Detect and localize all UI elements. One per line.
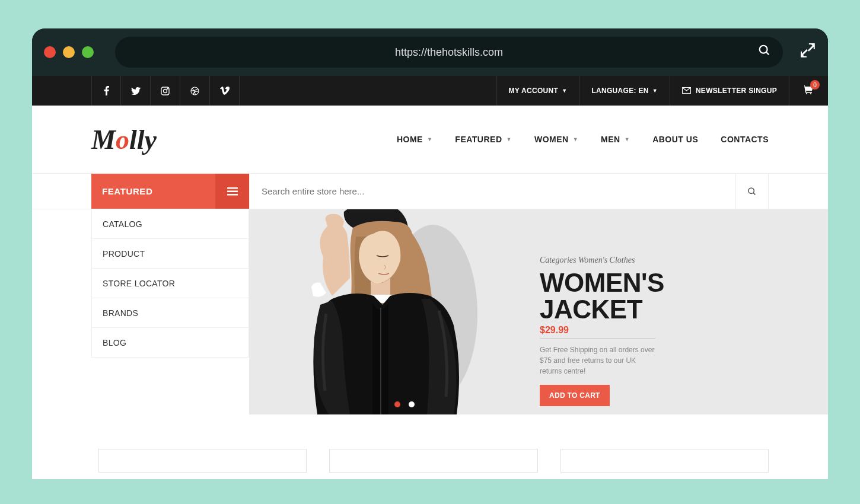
featured-tab[interactable]: FEATURED bbox=[91, 174, 249, 209]
browser-chrome: https://thehotskills.com bbox=[32, 28, 828, 76]
hero-text: Categories Women's Clothes WOMEN'S JACKE… bbox=[516, 209, 828, 414]
chevron-down-icon: ▼ bbox=[625, 136, 630, 142]
chevron-down-icon: ▼ bbox=[562, 88, 567, 94]
maximize-window-button[interactable] bbox=[82, 46, 94, 58]
sidebar-item-brands[interactable]: BRANDS bbox=[91, 298, 249, 328]
svg-point-0 bbox=[760, 46, 767, 53]
add-to-cart-button[interactable]: ADD TO CART bbox=[540, 385, 610, 406]
search-icon[interactable] bbox=[758, 44, 771, 60]
hero-price: $29.99 bbox=[540, 325, 569, 335]
facebook-icon[interactable] bbox=[91, 76, 121, 106]
svg-point-3 bbox=[164, 89, 167, 92]
sidebar-item-store-locator[interactable]: STORE LOCATOR bbox=[91, 269, 249, 298]
cart-count-badge: 0 bbox=[810, 80, 820, 90]
url-text: https://thehotskills.com bbox=[395, 46, 503, 59]
vimeo-icon[interactable] bbox=[210, 76, 240, 106]
chevron-down-icon: ▼ bbox=[573, 136, 578, 142]
chevron-down-icon: ▼ bbox=[427, 136, 432, 142]
url-bar[interactable]: https://thehotskills.com bbox=[115, 37, 783, 68]
my-account-link[interactable]: MY ACCOUNT ▼ bbox=[496, 76, 579, 106]
main-header: Molly HOME▼ FEATURED▼ WOMEN▼ MEN▼ ABOUT … bbox=[32, 106, 828, 174]
product-grid bbox=[32, 414, 828, 473]
hero-image bbox=[249, 209, 516, 414]
hero-slide: Categories Women's Clothes WOMEN'S JACKE… bbox=[249, 209, 828, 414]
cart-button[interactable]: 0 bbox=[789, 76, 828, 106]
language-label: LANGUAGE: EN bbox=[591, 87, 648, 95]
svg-line-11 bbox=[753, 193, 755, 194]
nav-men[interactable]: MEN▼ bbox=[601, 135, 630, 144]
category-sidebar: CATALOG PRODUCT STORE LOCATOR BRANDS BLO… bbox=[91, 209, 249, 414]
nav-featured[interactable]: FEATURED▼ bbox=[455, 135, 512, 144]
instagram-icon[interactable] bbox=[151, 76, 180, 106]
featured-tab-label: FEATURED bbox=[102, 186, 152, 196]
slide-dot-2[interactable] bbox=[409, 401, 415, 407]
topbar-right: MY ACCOUNT ▼ LANGUAGE: EN ▼ NEWSLETTER S… bbox=[496, 76, 829, 106]
slide-dot-1[interactable] bbox=[394, 401, 400, 407]
svg-point-4 bbox=[167, 88, 168, 88]
my-account-label: MY ACCOUNT bbox=[509, 87, 559, 95]
hero-section: CATALOG PRODUCT STORE LOCATOR BRANDS BLO… bbox=[32, 209, 828, 414]
envelope-icon bbox=[682, 86, 691, 95]
hamburger-icon[interactable] bbox=[215, 174, 249, 209]
nav-contacts[interactable]: CONTACTS bbox=[721, 135, 769, 144]
fullscreen-icon[interactable] bbox=[800, 42, 816, 63]
hero-category: Categories Women's Clothes bbox=[540, 256, 804, 265]
site-content: MY ACCOUNT ▼ LANGUAGE: EN ▼ NEWSLETTER S… bbox=[32, 76, 828, 479]
dribbble-icon[interactable] bbox=[180, 76, 210, 106]
browser-window: https://thehotskills.com bbox=[32, 28, 828, 479]
nav-women[interactable]: WOMEN▼ bbox=[534, 135, 578, 144]
nav-home[interactable]: HOME▼ bbox=[397, 135, 432, 144]
main-nav: HOME▼ FEATURED▼ WOMEN▼ MEN▼ ABOUT US CON… bbox=[397, 135, 769, 144]
svg-point-10 bbox=[748, 188, 754, 193]
sidebar-item-catalog[interactable]: CATALOG bbox=[91, 209, 249, 239]
hero-description: Get Free Shipping on all orders over $75… bbox=[540, 344, 658, 377]
sidebar-item-blog[interactable]: BLOG bbox=[91, 328, 249, 358]
newsletter-link[interactable]: NEWSLETTER SINGUP bbox=[670, 76, 789, 106]
product-card[interactable] bbox=[329, 449, 537, 473]
product-card[interactable] bbox=[98, 449, 307, 473]
hero-title: WOMEN'S JACKET bbox=[540, 270, 804, 323]
product-card[interactable] bbox=[560, 449, 769, 473]
logo[interactable]: Molly bbox=[91, 124, 157, 155]
social-icons bbox=[91, 76, 240, 106]
language-selector[interactable]: LANGUAGE: EN ▼ bbox=[579, 76, 670, 106]
slide-indicators bbox=[394, 401, 415, 407]
newsletter-label: NEWSLETTER SINGUP bbox=[696, 87, 777, 95]
sidebar-item-product[interactable]: PRODUCT bbox=[91, 239, 249, 269]
chevron-down-icon: ▼ bbox=[652, 88, 658, 94]
topbar: MY ACCOUNT ▼ LANGUAGE: EN ▼ NEWSLETTER S… bbox=[32, 76, 828, 106]
model-photo bbox=[261, 209, 504, 414]
search-input[interactable] bbox=[249, 174, 735, 209]
search-button[interactable] bbox=[735, 174, 769, 209]
close-window-button[interactable] bbox=[44, 46, 56, 58]
svg-rect-9 bbox=[227, 194, 238, 196]
minimize-window-button[interactable] bbox=[63, 46, 75, 58]
svg-rect-7 bbox=[227, 187, 238, 189]
svg-line-1 bbox=[766, 52, 769, 55]
category-search-row: FEATURED bbox=[32, 174, 828, 209]
twitter-icon[interactable] bbox=[121, 76, 151, 106]
chevron-down-icon: ▼ bbox=[507, 136, 512, 142]
traffic-lights bbox=[44, 46, 94, 58]
nav-about[interactable]: ABOUT US bbox=[652, 135, 698, 144]
svg-rect-8 bbox=[227, 190, 238, 192]
